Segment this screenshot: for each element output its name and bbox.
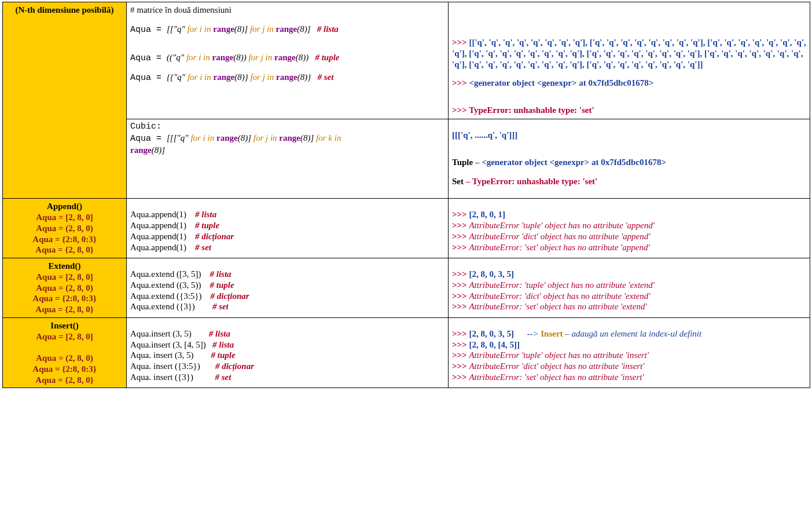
code-line: Aqua. insert ({3:5}) # dicționar [130, 361, 444, 372]
append-def: Aqua = (2, 8, 0) [6, 223, 123, 234]
output-error: AttributeError: 'dict' object has no att… [469, 291, 650, 301]
insert-def: Aqua = {2, 8, 0} [6, 375, 123, 386]
insert-def: Aqua = {2:8, 0:3} [6, 364, 123, 375]
prompt: >>> [452, 291, 469, 301]
code-text: (8)] [297, 24, 310, 34]
ndim-output-cell: >>> [['q', 'q', 'q', 'q', 'q', 'q', 'q',… [449, 2, 810, 119]
output-label: Set [452, 177, 464, 186]
code-text: Aqua = [130, 25, 167, 35]
insert-title: Insert() [6, 320, 123, 331]
out-line: >>> AttributeError 'tuple' object has no… [452, 350, 806, 361]
out-line: >>> [2, 8, 0, [4, 5]] [452, 339, 806, 350]
code-comment: # dicționar [195, 232, 234, 241]
code-comment: # dicționar [215, 361, 254, 371]
code-text: range [216, 133, 238, 142]
code-text: "q" [172, 53, 184, 62]
code-line: Aqua.extend ([3, 5]) # lista [130, 269, 444, 280]
ndim-label: (N-th dimensiune posibilă) [15, 5, 113, 14]
code-comment: # lista [195, 210, 216, 219]
code-text: (8)) [296, 53, 309, 62]
code-text: (8) [234, 72, 245, 82]
code-text: Aqua.append(1) [130, 210, 186, 219]
code-line: Aqua.extend ({3}) # set [130, 301, 444, 312]
code-comment: # tuple [315, 53, 339, 62]
code-text: range [130, 145, 152, 155]
code-comment: # set [212, 302, 229, 311]
code-comment: # lista [210, 269, 231, 279]
code-line: Aqua.insert (3, 5) # lista [130, 328, 444, 339]
prompt: >>> [452, 372, 469, 382]
code-text: for i in [185, 24, 213, 34]
code-text: Aqua. insert (3, 5) [130, 350, 194, 360]
out-line: >>> AttributeError 'dict' object has no … [452, 361, 806, 372]
out-line: >>> [2, 8, 0, 3, 5] [452, 269, 806, 280]
code-comment: # tuple [195, 221, 219, 230]
output-value: [2, 8, 0, 1] [469, 210, 505, 219]
code-comment: # tuple [211, 350, 236, 360]
code-text: range [276, 72, 297, 82]
output-error: AttributeError 'tuple' object has no att… [469, 221, 655, 230]
code-comment: # set [215, 372, 231, 382]
output-value: <generator object <genexpr> at 0x7fd5dbc… [469, 78, 653, 87]
cubic-out-set: Set – TypeError: unhashable type: 'set' [452, 176, 806, 187]
code-text: Aqua = [130, 73, 167, 83]
out-line: >>> AttributeError: 'tuple' object has n… [452, 280, 806, 291]
code-line: Aqua.append(1) # set [130, 242, 444, 253]
cubic-output-cell: [[['q', ......q', 'q']]] Tuple – <genera… [449, 119, 810, 199]
output-error: TypeError: unhashable type: 'set' [469, 105, 594, 115]
code-line: Aqua. insert ({3}) # set [130, 372, 444, 383]
note-text: adaugă un element la index-ul definit [572, 329, 702, 338]
code-text: for k in [314, 133, 341, 142]
code-text: (8) [233, 53, 244, 62]
ndim-out-err: >>> TypeError: unhashable type: 'set' [452, 105, 806, 116]
code-text: for i in [184, 53, 212, 62]
code-text: for j in [251, 133, 279, 142]
code-text: Aqua = [130, 134, 167, 144]
code-comment: # lista [212, 340, 234, 349]
extend-code-cell: Aqua.extend ([3, 5]) # lista Aqua.extend… [127, 258, 449, 318]
code-text: (8)] [152, 145, 165, 155]
code-line: Aqua.extend ((3, 5)) # tuple [130, 280, 444, 291]
prompt: >>> [452, 302, 469, 311]
insert-output-cell: >>> [2, 8, 0, 3, 5] --> Insert – adaugă … [449, 317, 810, 388]
out-line: >>> [2, 8, 0, 1] [452, 209, 806, 220]
code-text: Aqua.extend ({3:5}) [130, 291, 202, 301]
prompt: >>> [452, 38, 469, 47]
code-text: "q" [174, 72, 185, 82]
out-line: >>> [2, 8, 0, 3, 5] --> Insert – adaugă … [452, 328, 806, 339]
ndim-title: # matrice în două dimensiuni [130, 5, 444, 16]
out-line: >>> AttributeError: 'dict' object has no… [452, 291, 806, 302]
ndim-set-line: Aqua = {{"q" for i in range(8)} for j in… [130, 72, 444, 84]
code-line: Aqua.append(1) # lista [130, 209, 444, 220]
code-text: Aqua.append(1) [130, 243, 186, 252]
output-error: AttributeError: 'set' object has no attr… [469, 372, 644, 382]
code-comment: # lista [317, 24, 339, 34]
sep: – [473, 158, 482, 167]
extend-def: Aqua = [2, 8, 0] [6, 272, 123, 283]
code-text: (( [167, 53, 172, 62]
output-value: [['q', 'q', 'q', 'q', 'q', 'q', 'q', 'q'… [452, 38, 806, 69]
code-text: Aqua.append(1) [130, 232, 186, 241]
ndim-label-cell: (N-th dimensiune posibilă) [3, 2, 127, 199]
insert-def [6, 342, 123, 353]
code-text: Aqua. insert ({3}) [130, 372, 193, 382]
code-text: for j in [247, 53, 274, 62]
prompt: >>> [452, 210, 469, 219]
ndim-tuple-line: Aqua = (("q" for i in range(8)) for j in… [130, 52, 444, 64]
ndim-code-cell: # matrice în două dimensiuni Aqua = [["q… [127, 2, 449, 119]
code-text: range [213, 24, 234, 34]
code-line: Aqua.insert (3, [4, 5]) # lista [130, 339, 444, 350]
output-error: TypeError: unhashable type: 'set' [472, 177, 598, 186]
code-text: Aqua.extend ({3}) [130, 302, 195, 311]
prompt: >>> [452, 269, 469, 279]
code-text: "q" [177, 133, 189, 142]
code-text: range [274, 53, 296, 62]
ndim-lista-line: Aqua = [["q" for i in range(8)] for j in… [130, 24, 444, 36]
note-keyword: Insert [541, 329, 563, 338]
prompt: >>> [452, 361, 469, 371]
code-comment: # set [317, 72, 333, 82]
output-error: AttributeError: 'set' object has no attr… [469, 302, 646, 311]
output-label: Tuple [452, 158, 473, 167]
out-line: >>> AttributeError 'dict' object has no … [452, 231, 806, 242]
output-error: AttributeError 'dict' object has no attr… [469, 232, 650, 241]
